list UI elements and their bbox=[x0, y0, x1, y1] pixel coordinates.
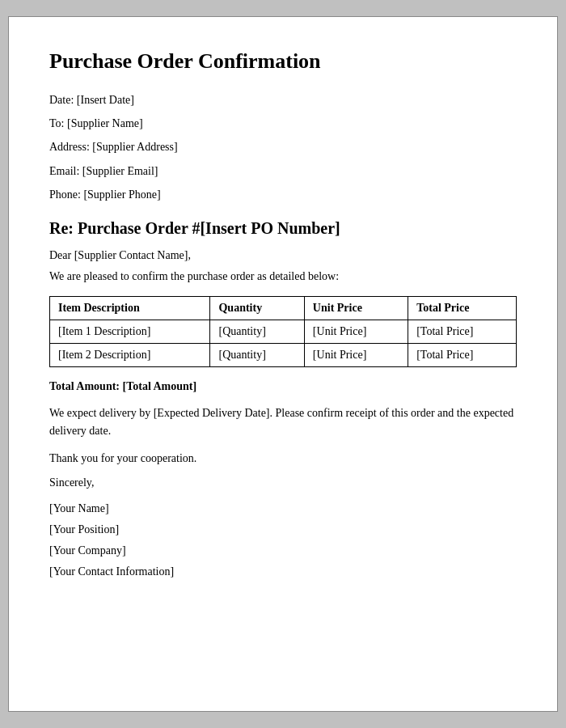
document-title: Purchase Order Confirmation bbox=[49, 49, 517, 74]
total-amount-value: [Total Amount] bbox=[123, 380, 197, 392]
address-label: Address: bbox=[49, 141, 90, 153]
table-cell-1-1: [Quantity] bbox=[210, 343, 304, 366]
col-header-unit: Unit Price bbox=[304, 296, 408, 320]
email-label: Email: bbox=[49, 165, 79, 177]
address-field: Address: [Supplier Address] bbox=[49, 137, 517, 157]
document-container: Purchase Order Confirmation Date: [Inser… bbox=[8, 16, 558, 712]
phone-field: Phone: [Supplier Phone] bbox=[49, 184, 517, 205]
table-cell-0-2: [Unit Price] bbox=[304, 320, 408, 343]
table-cell-0-1: [Quantity] bbox=[210, 320, 304, 343]
table-cell-1-0: [Item 2 Description] bbox=[50, 343, 210, 366]
address-value: [Supplier Address] bbox=[92, 141, 177, 153]
signature-contact: [Your Contact Information] bbox=[49, 565, 517, 578]
col-header-item: Item Description bbox=[50, 296, 210, 320]
sincerely-text: Sincerely, bbox=[49, 476, 517, 489]
table-cell-0-0: [Item 1 Description] bbox=[50, 320, 210, 343]
table-row: [Item 1 Description][Quantity][Unit Pric… bbox=[50, 320, 517, 343]
total-amount: Total Amount: [Total Amount] bbox=[49, 380, 517, 393]
table-row: [Item 2 Description][Quantity][Unit Pric… bbox=[50, 343, 517, 366]
signature-company: [Your Company] bbox=[49, 544, 517, 557]
to-value: [Supplier Name] bbox=[67, 117, 143, 129]
col-header-total: Total Price bbox=[408, 296, 517, 320]
po-heading: Re: Purchase Order #[Insert PO Number] bbox=[49, 219, 517, 238]
signature-name: [Your Name] bbox=[49, 502, 517, 515]
col-header-qty: Quantity bbox=[210, 296, 304, 320]
order-table: Item Description Quantity Unit Price Tot… bbox=[49, 296, 517, 367]
table-cell-1-2: [Unit Price] bbox=[304, 343, 408, 366]
to-label: To: bbox=[49, 117, 64, 129]
email-field: Email: [Supplier Email] bbox=[49, 161, 517, 181]
intro-text: We are pleased to confirm the purchase o… bbox=[49, 270, 517, 283]
salutation: Dear [Supplier Contact Name], bbox=[49, 249, 517, 262]
thank-you-text: Thank you for your cooperation. bbox=[49, 452, 517, 465]
signature-position: [Your Position] bbox=[49, 523, 517, 536]
email-value: [Supplier Email] bbox=[82, 165, 158, 177]
to-field: To: [Supplier Name] bbox=[49, 113, 517, 133]
date-label: Date: bbox=[49, 94, 74, 106]
phone-value: [Supplier Phone] bbox=[83, 188, 160, 201]
date-field: Date: [Insert Date] bbox=[49, 90, 517, 110]
table-cell-1-3: [Total Price] bbox=[408, 343, 517, 366]
phone-label: Phone: bbox=[49, 188, 81, 201]
delivery-text: We expect delivery by [Expected Delivery… bbox=[49, 404, 517, 441]
table-cell-0-3: [Total Price] bbox=[408, 320, 517, 343]
date-value: [Insert Date] bbox=[77, 94, 134, 106]
table-header-row: Item Description Quantity Unit Price Tot… bbox=[50, 296, 517, 320]
total-amount-label: Total Amount: bbox=[49, 380, 120, 392]
